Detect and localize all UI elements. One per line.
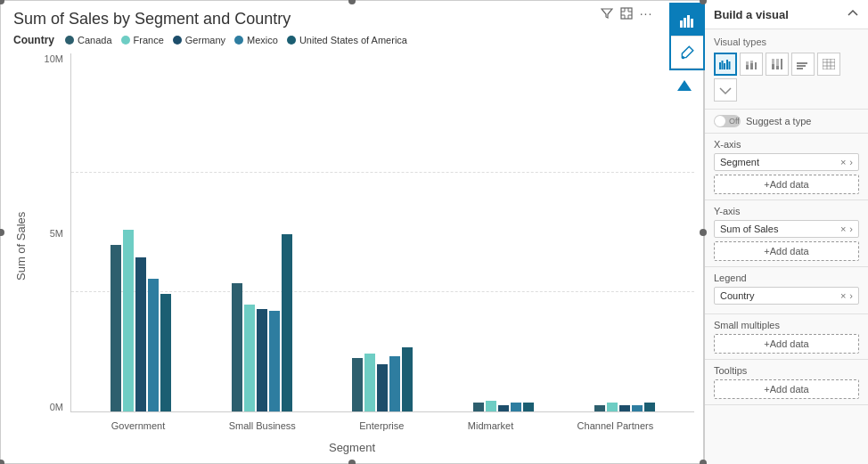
- y-axis-label: Sum of Sales: [10, 53, 31, 439]
- svg-rect-19: [781, 59, 782, 69]
- bar[interactable]: [498, 405, 509, 411]
- legend-item-label: United States of America: [299, 35, 407, 45]
- filter-icon[interactable]: [599, 5, 615, 21]
- bar[interactable]: [594, 405, 605, 411]
- resize-handle-br[interactable]: [700, 460, 707, 464]
- legend-items: CanadaFranceGermanyMexicoUnited States o…: [65, 35, 407, 45]
- svg-rect-16: [755, 62, 757, 69]
- legend-item-label: Germany: [185, 35, 225, 45]
- visual-type-stacked-bar[interactable]: [740, 53, 763, 76]
- axis-sections-container: X-axisSegment×›+Add dataY-axisSum of Sal…: [705, 134, 868, 405]
- legend-item: France: [121, 35, 164, 45]
- bar[interactable]: [364, 354, 375, 411]
- visual-type-clustered-column[interactable]: [791, 53, 815, 76]
- bar[interactable]: [257, 309, 267, 411]
- legend-dot: [234, 36, 243, 45]
- axis-field-name-x-axis: Segment: [720, 157, 840, 167]
- props-collapse-btn[interactable]: [847, 7, 859, 21]
- visual-type-more[interactable]: [714, 78, 737, 102]
- svg-rect-1: [680, 20, 683, 28]
- expand-icon[interactable]: [618, 5, 635, 21]
- bar-group: [594, 403, 655, 411]
- bar[interactable]: [607, 403, 618, 411]
- visual-type-table[interactable]: [817, 53, 840, 76]
- bar[interactable]: [148, 279, 159, 411]
- legend-item: United States of America: [287, 35, 407, 45]
- svg-rect-3: [687, 15, 690, 28]
- svg-rect-10: [726, 60, 728, 69]
- x-tick: Small Business: [229, 420, 296, 431]
- resize-handle-ml[interactable]: [0, 229, 4, 236]
- bar[interactable]: [135, 257, 146, 411]
- suggest-toggle[interactable]: Off: [714, 115, 741, 127]
- axis-chevron-btn-legend[interactable]: ›: [849, 290, 853, 301]
- svg-rect-15: [750, 61, 753, 63]
- bar[interactable]: [244, 305, 255, 411]
- bar-group-inner: [594, 403, 655, 411]
- axis-section-legend: LegendCountry×›: [705, 267, 868, 314]
- svg-rect-14: [750, 63, 753, 69]
- bar[interactable]: [523, 403, 534, 411]
- add-data-btn-small-multiples[interactable]: +Add data: [714, 334, 859, 354]
- axis-remove-btn-x-axis[interactable]: ×: [840, 157, 846, 167]
- resize-handle-mr[interactable]: [700, 229, 707, 236]
- axis-field-row-legend: Country×›: [714, 287, 859, 305]
- bar[interactable]: [377, 364, 388, 411]
- svg-rect-12: [746, 65, 749, 69]
- bar[interactable]: [123, 230, 134, 411]
- legend-dot: [173, 36, 182, 45]
- svg-rect-7: [719, 62, 721, 69]
- resize-handle-bm[interactable]: [348, 460, 356, 464]
- bar-chart-icon-btn[interactable]: [671, 4, 703, 37]
- x-axis-labels: GovernmentSmall BusinessEnterpriseMidmar…: [70, 412, 694, 439]
- toggle-off-label: Off: [729, 117, 740, 126]
- axis-field-name-legend: Country: [720, 290, 840, 301]
- axis-field-actions-y-axis: ×›: [840, 224, 853, 234]
- axis-chevron-btn-y-axis[interactable]: ›: [849, 224, 853, 234]
- add-data-btn-y-axis[interactable]: +Add data: [714, 241, 859, 261]
- svg-rect-25: [823, 59, 835, 69]
- axis-section-label-y-axis: Y-axis: [714, 206, 859, 216]
- bar-group: [473, 401, 534, 411]
- more-icon[interactable]: ···: [638, 5, 654, 21]
- visual-type-clustered-bar[interactable]: [714, 53, 737, 76]
- resize-handle-tm[interactable]: [348, 0, 356, 4]
- axis-section-tooltips: Tooltips+Add data: [705, 360, 868, 405]
- add-data-btn-x-axis[interactable]: +Add data: [714, 175, 859, 194]
- bar[interactable]: [389, 356, 400, 411]
- bar[interactable]: [402, 347, 413, 411]
- axis-remove-btn-y-axis[interactable]: ×: [840, 224, 846, 234]
- x-tick: Enterprise: [359, 420, 404, 431]
- bar[interactable]: [511, 403, 521, 411]
- bar[interactable]: [632, 405, 643, 411]
- axis-remove-btn-legend[interactable]: ×: [840, 290, 846, 301]
- bar-group: [232, 234, 292, 411]
- bar[interactable]: [111, 245, 121, 411]
- visual-type-100-stacked-bar[interactable]: [766, 53, 789, 76]
- x-tick: Midmarket: [468, 420, 513, 431]
- resize-handle-tl[interactable]: [0, 0, 4, 4]
- svg-rect-22: [797, 62, 807, 64]
- bar[interactable]: [282, 234, 292, 411]
- bar[interactable]: [269, 311, 280, 411]
- bar[interactable]: [352, 358, 363, 411]
- resize-handle-bl[interactable]: [0, 460, 4, 464]
- bar[interactable]: [232, 283, 242, 411]
- svg-rect-13: [746, 61, 749, 65]
- bar[interactable]: [160, 294, 171, 411]
- bars-container: [71, 53, 694, 411]
- bar[interactable]: [644, 403, 655, 411]
- bar[interactable]: [473, 403, 484, 411]
- axis-section-label-legend: Legend: [714, 273, 859, 283]
- add-data-btn-tooltips[interactable]: +Add data: [714, 379, 859, 399]
- svg-rect-9: [724, 63, 725, 69]
- axis-field-name-y-axis: Sum of Sales: [720, 224, 840, 234]
- axis-chevron-btn-x-axis[interactable]: ›: [849, 157, 853, 167]
- suggest-type-label: Suggest a type: [746, 116, 811, 126]
- x-tick: Channel Partners: [577, 420, 654, 431]
- axis-section-x-axis: X-axisSegment×›+Add data: [705, 134, 868, 200]
- bar[interactable]: [619, 405, 630, 411]
- bar[interactable]: [486, 401, 496, 411]
- props-panel-title: Build a visual: [714, 8, 789, 21]
- legend-item-label: France: [134, 35, 164, 45]
